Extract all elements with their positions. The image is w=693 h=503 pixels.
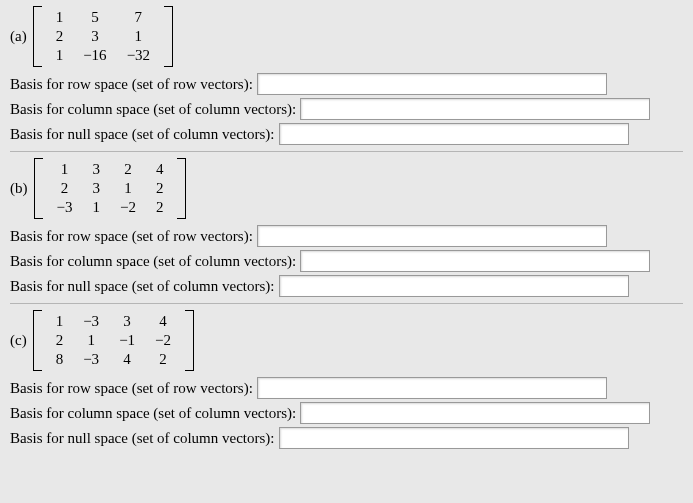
matrix-cell: 7 [117, 8, 160, 27]
matrix-cell: 1 [47, 160, 83, 179]
matrix-row: (c) 1 −3 3 4 2 1 −1 −2 8 −3 [10, 310, 683, 371]
bracket-left-icon [33, 310, 42, 371]
answer-line-col: Basis for column space (set of column ve… [10, 402, 683, 424]
matrix-cell: 3 [109, 312, 145, 331]
matrix: 1 −3 3 4 2 1 −1 −2 8 −3 4 2 [33, 310, 194, 371]
matrix-cell: 4 [146, 160, 174, 179]
null-space-input[interactable] [279, 427, 629, 449]
matrix-cell: 4 [145, 312, 181, 331]
null-space-label: Basis for null space (set of column vect… [10, 278, 275, 295]
matrix-body: 1 5 7 2 3 1 1 −16 −32 [46, 8, 160, 65]
divider [10, 303, 683, 304]
answer-line-null: Basis for null space (set of column vect… [10, 427, 683, 449]
matrix-cell: 3 [82, 160, 110, 179]
divider [10, 151, 683, 152]
row-space-input[interactable] [257, 73, 607, 95]
part-label: (c) [10, 332, 27, 349]
matrix: 1 5 7 2 3 1 1 −16 −32 [33, 6, 173, 67]
problem-c: (c) 1 −3 3 4 2 1 −1 −2 8 −3 [10, 310, 683, 449]
answer-line-row: Basis for row space (set of row vectors)… [10, 377, 683, 399]
bracket-right-icon [164, 6, 173, 67]
matrix-cell: 1 [46, 8, 74, 27]
matrix-cell: −3 [73, 350, 109, 369]
matrix-cell: 1 [46, 46, 74, 65]
row-space-input[interactable] [257, 225, 607, 247]
matrix-cell: 2 [110, 160, 146, 179]
column-space-label: Basis for column space (set of column ve… [10, 101, 296, 118]
matrix-cell: −32 [117, 46, 160, 65]
matrix-cell: 8 [46, 350, 74, 369]
matrix-cell: 1 [117, 27, 160, 46]
answer-line-row: Basis for row space (set of row vectors)… [10, 225, 683, 247]
part-label: (b) [10, 180, 28, 197]
answer-line-null: Basis for null space (set of column vect… [10, 123, 683, 145]
matrix-cell: 4 [109, 350, 145, 369]
matrix-cell: 2 [47, 179, 83, 198]
null-space-input[interactable] [279, 275, 629, 297]
part-label: (a) [10, 28, 27, 45]
matrix-cell: −2 [145, 331, 181, 350]
answer-line-col: Basis for column space (set of column ve… [10, 98, 683, 120]
matrix-cell: 2 [146, 198, 174, 217]
answer-line-col: Basis for column space (set of column ve… [10, 250, 683, 272]
matrix-cell: 2 [46, 331, 74, 350]
null-space-label: Basis for null space (set of column vect… [10, 126, 275, 143]
answer-line-row: Basis for row space (set of row vectors)… [10, 73, 683, 95]
column-space-label: Basis for column space (set of column ve… [10, 405, 296, 422]
matrix-cell: 1 [46, 312, 74, 331]
matrix-cell: −2 [110, 198, 146, 217]
matrix-cell: −16 [73, 46, 116, 65]
column-space-input[interactable] [300, 250, 650, 272]
matrix: 1 3 2 4 2 3 1 2 −3 1 −2 2 [34, 158, 187, 219]
column-space-input[interactable] [300, 402, 650, 424]
row-space-input[interactable] [257, 377, 607, 399]
matrix-cell: 2 [146, 179, 174, 198]
matrix-cell: 3 [82, 179, 110, 198]
problem-a: (a) 1 5 7 2 3 1 1 −16 −32 [10, 6, 683, 145]
row-space-label: Basis for row space (set of row vectors)… [10, 228, 253, 245]
matrix-body: 1 3 2 4 2 3 1 2 −3 1 −2 2 [47, 160, 174, 217]
matrix-cell: 5 [73, 8, 116, 27]
matrix-cell: 1 [73, 331, 109, 350]
matrix-row: (a) 1 5 7 2 3 1 1 −16 −32 [10, 6, 683, 67]
column-space-input[interactable] [300, 98, 650, 120]
matrix-cell: 2 [46, 27, 74, 46]
matrix-body: 1 −3 3 4 2 1 −1 −2 8 −3 4 2 [46, 312, 181, 369]
null-space-input[interactable] [279, 123, 629, 145]
matrix-cell: 1 [110, 179, 146, 198]
matrix-cell: −3 [47, 198, 83, 217]
matrix-cell: 3 [73, 27, 116, 46]
matrix-row: (b) 1 3 2 4 2 3 1 2 −3 1 − [10, 158, 683, 219]
matrix-cell: −1 [109, 331, 145, 350]
problem-b: (b) 1 3 2 4 2 3 1 2 −3 1 − [10, 158, 683, 297]
row-space-label: Basis for row space (set of row vectors)… [10, 76, 253, 93]
matrix-cell: 2 [145, 350, 181, 369]
null-space-label: Basis for null space (set of column vect… [10, 430, 275, 447]
matrix-cell: 1 [82, 198, 110, 217]
bracket-left-icon [34, 158, 43, 219]
column-space-label: Basis for column space (set of column ve… [10, 253, 296, 270]
row-space-label: Basis for row space (set of row vectors)… [10, 380, 253, 397]
bracket-left-icon [33, 6, 42, 67]
answer-line-null: Basis for null space (set of column vect… [10, 275, 683, 297]
matrix-cell: −3 [73, 312, 109, 331]
bracket-right-icon [185, 310, 194, 371]
bracket-right-icon [177, 158, 186, 219]
